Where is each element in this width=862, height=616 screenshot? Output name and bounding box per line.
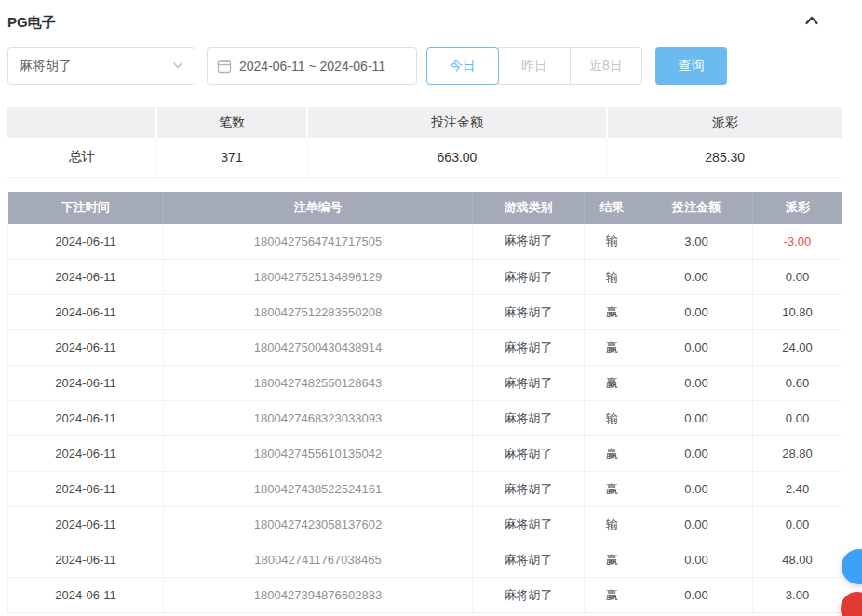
result-cell: 输 [585,224,640,260]
table-row: 2024-06-111800427438522524161麻将胡了赢0.002.… [8,472,842,507]
bet-time-cell: 2024-06-11 [8,472,164,507]
bet-time-cell: 2024-06-11 [8,578,164,613]
order-id-cell: 1800427438522524161 [164,472,473,507]
summary-header-bet-amount: 投注金额 [307,107,607,138]
summary-header-empty [7,107,156,138]
order-id-cell: 1800427525134896129 [164,260,473,295]
result-cell: 输 [585,401,640,436]
panel-header: PG电子 [7,0,842,38]
search-button[interactable]: 查询 [655,47,727,85]
order-id-cell: 1800427394876602883 [164,578,473,613]
bet-amount-cell: 0.00 [640,401,753,436]
result-cell: 输 [585,507,640,542]
bet-amount-cell: 0.00 [640,366,753,401]
order-id-cell: 1800427423058137602 [164,507,473,542]
summary-total-payout: 285.30 [607,138,842,177]
summary-header-payout: 派彩 [607,107,842,138]
date-range-input[interactable]: 2024-06-11 ~ 2024-06-11 [207,47,417,85]
records-tbody: 2024-06-111800427564741717505麻将胡了输3.00-3… [8,224,842,613]
chevron-down-icon [172,60,183,74]
game-type-cell: 麻将胡了 [473,260,585,295]
bet-amount-cell: 0.00 [640,436,753,472]
filter-bar: 麻将胡了 2024-06-11 ~ 2024-06-11 今日昨日近8日 查询 [7,47,842,85]
bet-time-cell: 2024-06-11 [8,330,164,366]
table-row: 2024-06-111800427423058137602麻将胡了输0.000.… [8,507,842,542]
result-cell: 输 [585,260,640,295]
payout-cell: -3.00 [753,224,842,260]
result-cell: 赢 [585,472,640,507]
order-id-cell: 1800427482550128643 [164,366,473,401]
summary-total-count: 371 [156,138,307,177]
bet-amount-cell: 0.00 [640,472,753,507]
result-cell: 赢 [585,542,640,578]
bet-time-cell: 2024-06-11 [8,436,164,472]
bet-time-cell: 2024-06-11 [8,401,164,436]
summary-total-label: 总计 [7,138,156,177]
order-id-cell: 1800427455610135042 [164,436,473,472]
table-row: 2024-06-111800427411767038465麻将胡了赢0.0048… [8,542,842,578]
game-type-cell: 麻将胡了 [473,542,585,578]
quick-date-button[interactable]: 昨日 [498,47,571,85]
floating-service-button[interactable] [841,592,862,616]
payout-cell: 2.40 [753,472,842,507]
payout-cell: 0.00 [753,260,842,295]
payout-cell: 48.00 [753,542,842,578]
quick-date-button-active[interactable]: 今日 [426,47,499,85]
collapse-panel-button[interactable] [803,12,820,33]
game-type-cell: 麻将胡了 [473,295,585,330]
order-id-cell: 1800427512283550208 [164,295,473,330]
header-bet-time: 下注时间 [8,192,164,224]
result-cell: 赢 [585,366,640,401]
bet-time-cell: 2024-06-11 [8,366,164,401]
bet-amount-cell: 0.00 [640,260,753,295]
bet-amount-cell: 0.00 [640,330,753,366]
game-type-cell: 麻将胡了 [473,578,585,613]
header-bet-amount: 投注金额 [640,192,753,224]
table-row: 2024-06-111800427512283550208麻将胡了赢0.0010… [8,295,842,330]
bet-amount-cell: 3.00 [640,224,753,260]
game-type-cell: 麻将胡了 [473,366,585,401]
payout-cell: 28.80 [753,436,842,472]
result-cell: 赢 [585,295,640,330]
quick-date-button-group: 今日昨日近8日 [426,47,642,85]
table-row: 2024-06-111800427468323033093麻将胡了输0.000.… [8,401,842,436]
game-select[interactable]: 麻将胡了 [7,47,195,85]
table-row: 2024-06-111800427482550128643麻将胡了赢0.000.… [8,366,842,401]
payout-cell: 24.00 [753,330,842,366]
bet-amount-cell: 0.00 [640,295,753,330]
bet-time-cell: 2024-06-11 [8,295,164,330]
bet-time-cell: 2024-06-11 [8,542,164,578]
payout-cell: 0.00 [753,401,842,436]
table-row: 2024-06-111800427564741717505麻将胡了输3.00-3… [8,224,842,260]
order-id-cell: 1800427564741717505 [164,224,473,260]
bet-amount-cell: 0.00 [640,507,753,542]
summary-header-count: 笔数 [156,107,307,138]
payout-cell: 0.00 [753,507,842,542]
table-row: 2024-06-111800427455610135042麻将胡了赢0.0028… [8,436,842,472]
records-header-row: 下注时间 注单编号 游戏类别 结果 投注金额 派彩 [8,192,842,224]
table-row: 2024-06-111800427500430438914麻将胡了赢0.0024… [8,330,842,366]
bet-time-cell: 2024-06-11 [8,260,164,295]
pg-games-panel: PG电子 麻将胡了 2024-06-11 ~ 2024-06-11 [0,0,842,613]
result-cell: 赢 [585,436,640,472]
header-order-id: 注单编号 [164,192,473,224]
table-row: 2024-06-111800427525134896129麻将胡了输0.000.… [8,260,842,295]
quick-date-button[interactable]: 近8日 [570,47,642,85]
summary-total-bet-amount: 663.00 [307,138,607,177]
chevron-up-icon [803,12,820,33]
game-type-cell: 麻将胡了 [473,436,585,472]
bet-time-cell: 2024-06-11 [8,224,164,260]
game-type-cell: 麻将胡了 [473,472,585,507]
order-id-cell: 1800427411767038465 [164,542,473,578]
payout-cell: 0.60 [753,366,842,401]
header-game-type: 游戏类别 [473,192,585,224]
result-cell: 赢 [585,330,640,366]
game-type-cell: 麻将胡了 [473,507,585,542]
order-id-cell: 1800427468323033093 [164,401,473,436]
calendar-icon [217,59,232,74]
floating-chat-button[interactable] [842,549,862,584]
game-select-value: 麻将胡了 [20,58,72,74]
bet-amount-cell: 0.00 [640,542,753,578]
bet-amount-cell: 0.00 [640,578,753,613]
result-cell: 赢 [585,578,640,613]
